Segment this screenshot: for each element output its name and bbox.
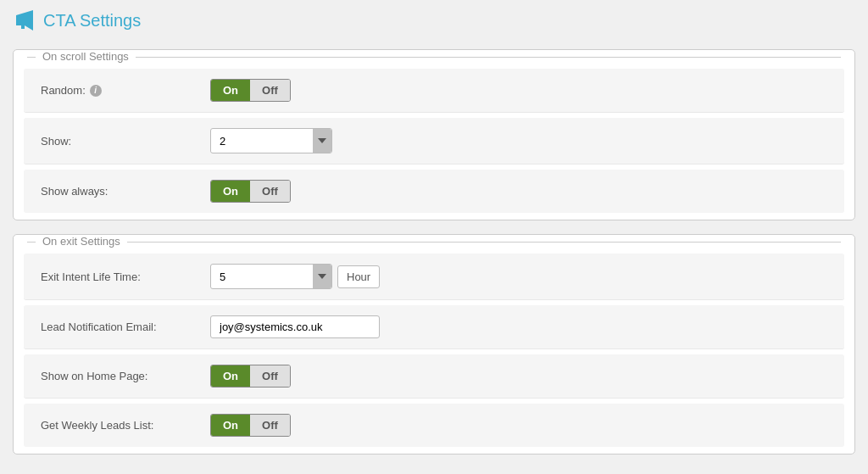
lead-notification-row: Lead Notification Email:: [24, 305, 844, 349]
megaphone-icon: [13, 8, 36, 32]
weekly-leads-off-button[interactable]: Off: [250, 415, 290, 436]
show-always-row: Show always: On Off: [24, 170, 844, 213]
exit-intent-label: Exit Intent Life Time:: [41, 270, 210, 283]
random-toggle: On Off: [210, 79, 291, 102]
page-wrapper: CTA Settings On scroll Settings Random: …: [0, 0, 868, 474]
show-label: Show:: [41, 135, 210, 148]
show-select: [210, 128, 332, 153]
show-home-page-label: Show on Home Page:: [41, 370, 210, 382]
lead-notification-input[interactable]: [210, 315, 380, 338]
show-always-off-button[interactable]: Off: [250, 181, 290, 202]
weekly-leads-on-button[interactable]: On: [211, 415, 250, 436]
exit-intent-control: Hour: [210, 264, 827, 289]
random-label: Random: i: [41, 84, 210, 97]
weekly-leads-control: On Off: [210, 414, 827, 437]
show-always-toggle: On Off: [210, 180, 291, 203]
random-row: Random: i On Off: [24, 69, 844, 113]
show-row: Show:: [24, 118, 844, 165]
on-exit-legend: On exit Settings: [36, 235, 127, 248]
exit-intent-select: [210, 264, 332, 289]
exit-intent-input[interactable]: [211, 266, 313, 287]
on-exit-settings-card: On exit Settings Exit Intent Life Time: …: [13, 234, 855, 454]
page-header: CTA Settings: [13, 8, 855, 37]
random-control: On Off: [210, 79, 827, 102]
random-off-button[interactable]: Off: [250, 80, 290, 101]
show-home-page-off-button[interactable]: Off: [250, 365, 290, 387]
random-on-button[interactable]: On: [211, 80, 250, 101]
weekly-leads-row: Get Weekly Leads List: On Off: [24, 404, 844, 447]
show-control: [210, 128, 827, 153]
show-dropdown-arrow[interactable]: [313, 129, 331, 153]
lead-notification-control: [210, 315, 827, 338]
hour-label: Hour: [337, 265, 380, 288]
show-always-on-button[interactable]: On: [211, 181, 250, 202]
show-always-label: Show always:: [41, 185, 210, 198]
on-scroll-settings-card: On scroll Settings Random: i On Off Show…: [13, 49, 855, 220]
show-input[interactable]: [211, 131, 313, 152]
exit-intent-row: Exit Intent Life Time: Hour: [24, 254, 844, 300]
weekly-leads-label: Get Weekly Leads List:: [41, 419, 210, 432]
show-home-page-toggle: On Off: [210, 365, 291, 388]
svg-marker-2: [318, 274, 326, 279]
page-title: CTA Settings: [43, 11, 141, 31]
svg-marker-1: [318, 138, 326, 143]
show-home-page-on-button[interactable]: On: [211, 365, 250, 387]
show-always-control: On Off: [210, 180, 827, 203]
exit-intent-dropdown-arrow[interactable]: [313, 265, 331, 288]
on-scroll-legend: On scroll Settings: [36, 50, 136, 63]
show-home-page-control: On Off: [210, 365, 827, 388]
show-home-page-row: Show on Home Page: On Off: [24, 354, 844, 399]
weekly-leads-toggle: On Off: [210, 414, 291, 437]
lead-notification-label: Lead Notification Email:: [41, 321, 210, 333]
random-info-icon[interactable]: i: [90, 85, 102, 97]
svg-marker-0: [16, 10, 33, 31]
